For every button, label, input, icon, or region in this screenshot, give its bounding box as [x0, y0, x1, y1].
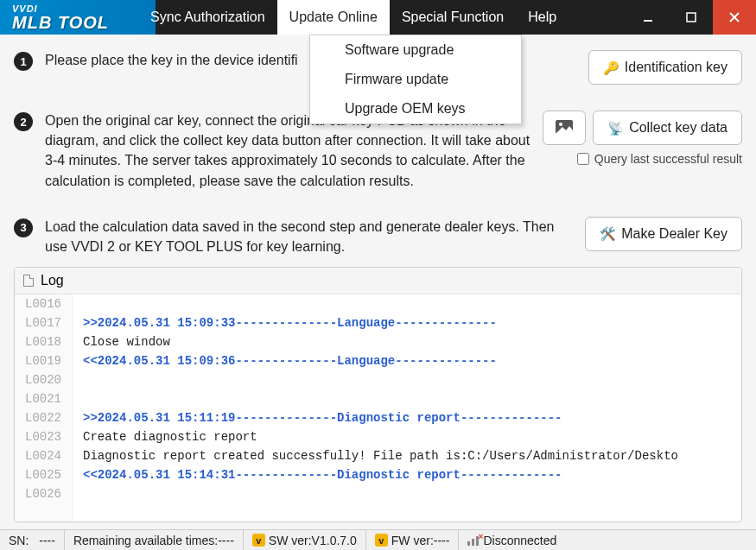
maximize-button[interactable]	[670, 0, 713, 35]
minimize-icon	[642, 11, 654, 23]
make-dealer-key-button[interactable]: 🛠️ Make Dealer Key	[585, 217, 742, 251]
log-header: Log	[15, 268, 741, 294]
log-title: Log	[41, 273, 64, 288]
logo-big: MLB TOOL	[12, 13, 109, 32]
menu-sync-authorization[interactable]: Sync Authorization	[138, 0, 277, 35]
log-body[interactable]: L0016L0017L0018L0019L0020L0021L0022L0023…	[15, 294, 741, 522]
log-panel: Log L0016L0017L0018L0019L0020L0021L0022L…	[14, 267, 742, 522]
signal-disconnected-icon: ×	[467, 535, 480, 546]
status-fw-text: FW ver:----	[391, 534, 450, 547]
signal-icon: 📡	[607, 122, 624, 135]
menu-help[interactable]: Help	[516, 0, 569, 35]
main-menu: Sync Authorization Update Online Special…	[138, 0, 569, 35]
status-connection-text: Disconnected	[483, 534, 556, 547]
statusbar: SN: ---- Remaining available times:---- …	[0, 529, 756, 550]
query-last-result-row[interactable]: Query last successful result	[577, 152, 742, 166]
log-lines: >>2024.05.31 15:09:33--------------Langu…	[73, 294, 689, 522]
dropdown-upgrade-oem-keys[interactable]: Upgrade OEM keys	[310, 94, 521, 123]
close-button[interactable]	[713, 0, 756, 35]
query-last-result-checkbox[interactable]	[577, 153, 589, 165]
status-connection: × Disconnected	[459, 530, 565, 550]
version-badge-icon: v	[375, 534, 388, 547]
maximize-icon	[685, 11, 697, 23]
query-last-result-label: Query last successful result	[594, 152, 742, 166]
step-2-badge: 2	[14, 112, 33, 131]
step-3-row: 3 Load the calculation data saved in the…	[14, 201, 742, 267]
step-3-text: Load the calculation data saved in the s…	[45, 217, 585, 256]
status-sn: SN: ----	[0, 530, 65, 550]
collect-key-data-label: Collect key data	[629, 120, 727, 136]
update-online-dropdown: Software upgrade Firmware update Upgrade…	[309, 35, 522, 124]
dropdown-software-upgrade[interactable]: Software upgrade	[310, 35, 521, 65]
key-id-icon: 🔑	[603, 61, 619, 74]
svg-rect-1	[687, 13, 696, 22]
document-icon	[23, 275, 34, 287]
menu-update-online[interactable]: Update Online	[277, 0, 390, 35]
titlebar: VVDI MLB TOOL Sync Authorization Update …	[0, 0, 756, 35]
step-3-badge: 3	[14, 218, 33, 237]
version-badge-icon: v	[252, 534, 265, 547]
step-1-badge: 1	[14, 52, 33, 71]
status-sn-value: ----	[39, 534, 55, 547]
image-icon	[556, 120, 573, 136]
app-logo: VVDI MLB TOOL	[0, 4, 121, 31]
status-remaining: Remaining available times:----	[65, 530, 244, 550]
status-sw: v SW ver:V1.0.7.0	[244, 530, 366, 550]
show-diagram-button[interactable]	[543, 111, 586, 145]
make-dealer-key-label: Make Dealer Key	[621, 226, 727, 242]
identification-key-label: Identification key	[625, 60, 727, 75]
dealer-key-icon: 🛠️	[600, 227, 616, 240]
status-sn-label: SN:	[9, 534, 29, 547]
close-icon	[728, 11, 740, 23]
identification-key-button[interactable]: 🔑 Identification key	[588, 50, 742, 85]
menu-special-function[interactable]: Special Function	[390, 0, 516, 35]
dropdown-firmware-update[interactable]: Firmware update	[310, 65, 521, 94]
status-sw-text: SW ver:V1.0.7.0	[269, 534, 357, 547]
svg-point-5	[559, 123, 562, 126]
status-fw: v FW ver:----	[366, 530, 460, 550]
minimize-button[interactable]	[626, 0, 670, 35]
log-gutter: L0016L0017L0018L0019L0020L0021L0022L0023…	[15, 294, 73, 522]
window-controls	[626, 0, 756, 35]
collect-key-data-button[interactable]: 📡 Collect key data	[593, 111, 742, 145]
